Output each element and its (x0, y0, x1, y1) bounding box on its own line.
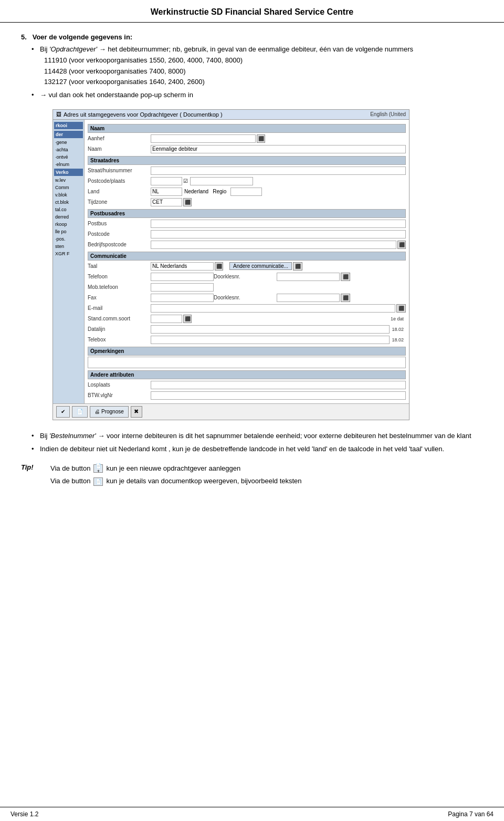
bullet-list: Bij 'Opdrachtgever' → het debiteurnummer… (21, 44, 483, 101)
sidebar-item-achta: ·achta (54, 147, 83, 153)
standcomm-input[interactable] (151, 315, 182, 323)
sidebar-item-wlev: w.lev (54, 177, 83, 183)
postcode-input[interactable] (151, 177, 182, 185)
section-number: 5. Voer de volgende gegevens in: (21, 33, 483, 41)
page-title: Werkinstructie SD Financial Shared Servi… (151, 7, 354, 16)
taal-input[interactable] (151, 262, 214, 271)
form-row-telebox: Telebox 18.02 (88, 335, 406, 345)
list-item-landcode: Indien de debiteur niet uit Nederland ko… (32, 444, 483, 455)
standcomm-lookup-btn[interactable]: ⬛ (183, 315, 192, 323)
date-2: 18.02 (390, 327, 406, 332)
check-icon: ☑ (183, 178, 188, 184)
regio-input[interactable] (230, 188, 262, 196)
form-row-postcode: Postcode/plaats ☑ (88, 176, 406, 186)
form-row-email: E-mail ⬛ (88, 304, 406, 313)
section-naam: Naam (88, 124, 406, 133)
sidebar-item-llepo: lle po (54, 228, 83, 235)
andere-comm-icon-btn[interactable]: ⬛ (293, 262, 302, 271)
plaats-input[interactable] (190, 177, 253, 185)
tijdzone-lookup-btn[interactable]: ⬛ (183, 198, 192, 206)
sidebar-item-comm: Comm (54, 184, 83, 191)
section-straat: Straatadres (88, 156, 406, 165)
sidebar-item-rkooi: rkooi (54, 122, 83, 129)
sidebar-item-der: der (54, 131, 83, 138)
section-opmerkingen: Opmerkingen (88, 347, 406, 356)
cancel-icon: ✖ (134, 408, 139, 415)
details-btn[interactable]: 📄 (93, 477, 103, 486)
sidebar-item-sten: sten (54, 243, 83, 250)
sidebar-item-ctblok: ct.blok (54, 199, 83, 205)
fax-icon-btn[interactable]: ⬛ (341, 294, 350, 302)
list-item-bestelnummer: Bij 'Bestelnummer' → voor interne debite… (32, 431, 483, 442)
btw-input[interactable] (151, 391, 406, 400)
prognose-icon: 🖨 (94, 409, 100, 414)
postcodepostbus-input[interactable] (151, 230, 406, 238)
form-row-aanhef: Aanhef ⬛ (88, 134, 406, 143)
email-input[interactable] (151, 304, 395, 313)
doc-icon: 📄 (77, 409, 83, 414)
form-row-tijdzone: Tijdzone ⬛ (88, 198, 406, 207)
sidebar-item-vblok: v.blok (54, 192, 83, 198)
list-item: Bij 'Opdrachtgever' → het debiteurnummer… (32, 44, 483, 88)
bedrijfspostcode-input[interactable] (151, 241, 396, 249)
cancel-btn[interactable]: ✖ (131, 406, 142, 418)
popup-footer: ✔ 📄 🖨 Prognose ✖ (53, 403, 409, 420)
naam-input[interactable] (151, 145, 406, 153)
losplaats-input[interactable] (151, 381, 406, 389)
form-row-telefoon: Telefoon Doorklesnr. ⬛ (88, 272, 406, 282)
form-row-btw: BTW.vlgNr (88, 391, 406, 400)
tip-label: Tip! (21, 463, 42, 490)
telebox-input[interactable] (151, 336, 390, 344)
popup-sidebar: rkooi der ·gene ·achta ·ontvé ·elnum Ver… (53, 120, 85, 403)
prognose-btn[interactable]: 🖨 Prognose (90, 406, 129, 418)
section-comm: Communicatie (88, 252, 406, 261)
prognose-label: Prognose (101, 409, 124, 414)
land-input[interactable] (151, 188, 182, 196)
sidebar-item-rkoop: rkoop (54, 221, 83, 227)
popup-title: Adres uit stamgegevens voor Opdrachtgeve… (64, 111, 223, 118)
form-row-fax: Fax Doorklesnr. ⬛ (88, 293, 406, 303)
form-row-bedrijfspostcode: Bedrijfspostcode ⬛ (88, 240, 406, 250)
regio-label: Regio (211, 189, 228, 194)
date-1: 1e dat (388, 316, 406, 321)
straat-input[interactable] (151, 167, 406, 175)
tijdzone-input[interactable] (151, 198, 182, 206)
form-row-taal: Taal ⬛ Andere communicatie... ⬛ (88, 262, 406, 271)
save-btn[interactable]: ✔ (56, 406, 70, 418)
bullet-list-2: Bij 'Bestelnummer' → voor interne debite… (21, 431, 483, 455)
doorklesnr2-input[interactable] (277, 294, 340, 302)
datalijn-input[interactable] (151, 325, 390, 334)
section-postbus: Postbusadres (88, 209, 406, 218)
form-row-postcodepostbus: Postcode (88, 230, 406, 239)
sidebar-item-ontve: ·ontvé (54, 154, 83, 160)
section-attr: Andere attributen (88, 370, 406, 379)
form-row-opmerkingen (88, 357, 406, 368)
tip-section: Tip! Via de button 📄+ kun je een nieuwe … (21, 463, 483, 490)
mob-input[interactable] (151, 283, 214, 292)
page-header: Werkinstructie SD Financial Shared Servi… (0, 0, 504, 23)
popup-body: rkooi der ·gene ·achta ·ontvé ·elnum Ver… (53, 120, 409, 403)
taal-lookup-btn[interactable]: ⬛ (215, 262, 223, 271)
bedrijfspostcode-lookup-btn[interactable]: ⬛ (397, 241, 406, 249)
popup-titlebar: 🖼 Adres uit stamgegevens voor Opdrachtge… (53, 110, 409, 120)
tip-line-2: Via de button 📄 kun je details van docum… (50, 476, 302, 487)
andere-communicatie-btn[interactable]: Andere communicatie... (229, 262, 292, 270)
new-opdrachtgever-btn[interactable]: 📄+ (93, 464, 103, 473)
doc-btn[interactable]: 📄 (72, 406, 88, 418)
doorklesnr1-input[interactable] (277, 273, 340, 281)
land-naam: Nederland (182, 189, 211, 194)
fax-input[interactable] (151, 294, 214, 302)
telefoon-icon-btn[interactable]: ⬛ (341, 273, 350, 281)
email-icon-btn[interactable]: ⬛ (396, 304, 406, 313)
sidebar-item-gene: ·gene (54, 139, 83, 146)
sidebar-item-elnum: ·elnum (54, 161, 83, 168)
opmerkingen-input[interactable] (88, 357, 406, 368)
telefoon-input[interactable] (151, 273, 214, 281)
form-row-standcomm: Stand.comm.soort ⬛ 1e dat (88, 314, 406, 324)
form-row-datalijn: Datalijn 18.02 (88, 325, 406, 334)
aanhef-lookup-btn[interactable]: ⬛ (257, 134, 265, 143)
popup-icon: 🖼 (56, 111, 61, 117)
aanhef-input[interactable] (151, 134, 256, 143)
form-row-straat: Straat/huisnummer (88, 166, 406, 175)
postbus-input[interactable] (151, 220, 406, 228)
